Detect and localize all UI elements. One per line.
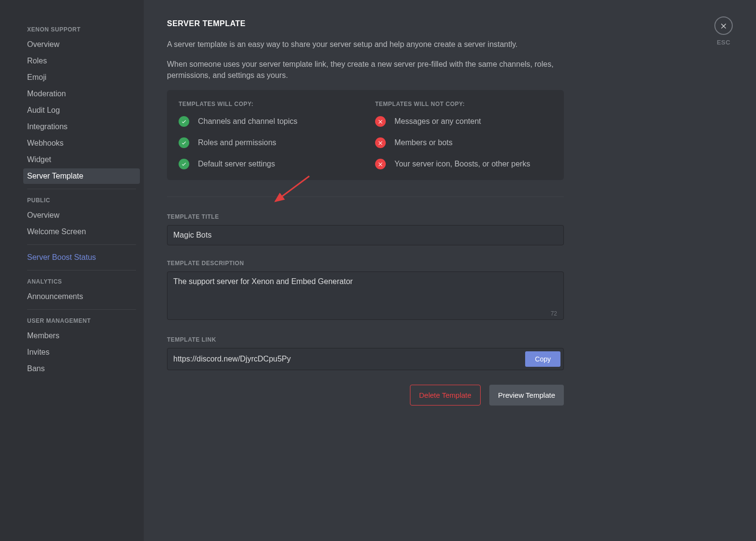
template-desc-label: TEMPLATE DESCRIPTION [167,260,564,267]
sidebar-item-invites[interactable]: Invites [23,345,140,360]
wont-copy-heading: TEMPLATES WILL NOT COPY: [375,101,552,107]
template-copy-info: TEMPLATES WILL COPY: Channels and channe… [167,90,564,180]
sidebar-divider [27,309,136,310]
sidebar-item-emoji[interactable]: Emoji [23,70,140,85]
close-column: ESC [714,16,733,46]
wont-copy-text: Members or bots [394,138,453,147]
delete-template-button[interactable]: Delete Template [410,385,481,406]
wont-copy-text: Your server icon, Boosts, or other perks [394,160,530,168]
sidebar-heading: USER MANAGEMENT [23,315,140,327]
sidebar-item-server-boost-status[interactable]: Server Boost Status [23,250,140,265]
will-copy-item: Roles and permissions [179,137,356,148]
close-esc-label: ESC [717,39,730,46]
will-copy-item: Channels and channel topics [179,116,356,127]
template-title-input[interactable] [167,225,564,245]
page-title: SERVER TEMPLATE [167,19,564,28]
check-icon [179,159,189,169]
sidebar-item-welcome-screen[interactable]: Welcome Screen [23,224,140,240]
wont-copy-item: Members or bots [375,137,552,148]
settings-sidebar: XENON SUPPORTOverviewRolesEmojiModeratio… [0,0,144,541]
template-link-row: Copy [167,348,564,370]
sidebar-heading: ANALYTICS [23,275,140,288]
sidebar-item-members[interactable]: Members [23,328,140,344]
page-desc-2: When someone uses your server template l… [167,59,564,81]
page-desc-1: A server template is an easy way to shar… [167,39,564,50]
preview-template-button[interactable]: Preview Template [489,385,564,406]
check-icon [179,137,189,148]
template-title-label: TEMPLATE TITLE [167,213,564,220]
close-button[interactable] [714,16,733,35]
wont-copy-item: Your server icon, Boosts, or other perks [375,159,552,169]
sidebar-item-moderation[interactable]: Moderation [23,86,140,102]
will-copy-item: Default server settings [179,159,356,169]
cross-icon [375,137,386,148]
wont-copy-item: Messages or any content [375,116,552,127]
sidebar-item-webhooks[interactable]: Webhooks [23,135,140,151]
will-copy-text: Channels and channel topics [198,117,297,126]
will-copy-text: Default server settings [198,160,275,168]
sidebar-item-roles[interactable]: Roles [23,53,140,69]
sidebar-item-integrations[interactable]: Integrations [23,119,140,135]
check-icon [179,116,189,127]
will-copy-text: Roles and permissions [198,138,276,147]
sidebar-divider [27,244,136,245]
sidebar-heading: XENON SUPPORT [23,23,140,36]
close-icon [720,22,727,30]
cross-icon [375,116,386,127]
template-desc-input[interactable] [167,271,564,320]
divider [167,196,564,197]
sidebar-item-audit-log[interactable]: Audit Log [23,103,140,118]
sidebar-divider [27,270,136,270]
main-panel: ESC SERVER TEMPLATE A server template is… [144,0,756,541]
wont-copy-text: Messages or any content [394,117,481,126]
template-link-label: TEMPLATE LINK [167,336,564,343]
sidebar-heading: PUBLIC [23,194,140,207]
template-link-input[interactable] [173,351,521,367]
sidebar-item-announcements[interactable]: Announcements [23,289,140,304]
copy-link-button[interactable]: Copy [525,351,560,367]
sidebar-item-overview[interactable]: Overview [23,37,140,52]
sidebar-item-bans[interactable]: Bans [23,361,140,376]
sidebar-divider [27,189,136,189]
sidebar-item-overview[interactable]: Overview [23,208,140,223]
cross-icon [375,159,386,169]
sidebar-item-server-template[interactable]: Server Template [23,168,140,184]
desc-char-count: 72 [551,310,557,317]
template-actions: Delete Template Preview Template [167,385,564,406]
will-copy-heading: TEMPLATES WILL COPY: [179,101,356,107]
sidebar-item-widget[interactable]: Widget [23,152,140,167]
